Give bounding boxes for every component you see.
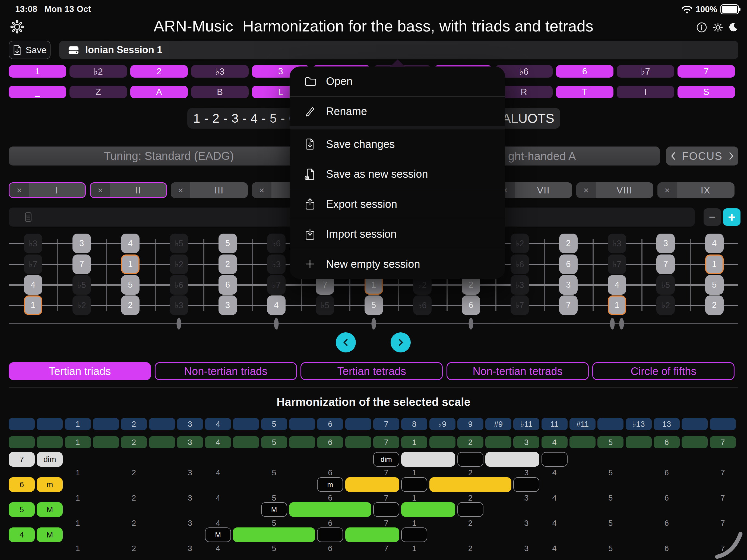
fret-note[interactable]: 6 <box>559 255 577 274</box>
chord-interval-bar[interactable] <box>401 502 455 517</box>
scale-cell[interactable] <box>626 436 652 448</box>
chord-interval-bar[interactable] <box>345 528 399 542</box>
fret-note[interactable]: 4 <box>705 234 724 253</box>
degree-button[interactable]: 7 <box>677 65 735 78</box>
scale-cell[interactable] <box>233 436 259 448</box>
chord-tone-chip[interactable] <box>542 452 568 466</box>
fret-note[interactable]: 5 <box>705 275 724 295</box>
tab-tertian-triads[interactable]: Tertian triads <box>9 362 151 380</box>
fret-note[interactable]: ♭2 <box>170 255 188 274</box>
save-button[interactable]: Save <box>9 41 51 59</box>
close-icon[interactable]: × <box>91 183 110 197</box>
close-icon[interactable]: × <box>9 183 29 197</box>
fret-note[interactable]: 1 <box>121 255 139 274</box>
tension-cell[interactable]: ♭11 <box>513 418 539 430</box>
fret-note[interactable]: 6 <box>218 275 237 295</box>
tension-cell[interactable] <box>289 418 315 430</box>
fret-note[interactable]: 2 <box>121 295 139 315</box>
fret-note[interactable]: 2 <box>559 234 577 253</box>
fret-note[interactable]: ♭7 <box>608 255 626 274</box>
fret-note[interactable]: 6 <box>462 295 480 315</box>
scale-cell[interactable]: 7 <box>710 436 736 448</box>
menu-item-rename[interactable]: Rename <box>290 97 505 126</box>
letter-button[interactable]: T <box>556 86 614 98</box>
degree-button[interactable]: ♭7 <box>617 65 674 78</box>
scale-cell[interactable]: 7 <box>373 436 399 448</box>
position-chip[interactable]: ×VIII <box>576 182 653 198</box>
scale-cell[interactable]: 4 <box>205 436 231 448</box>
chord-degree-chip[interactable]: 6 <box>9 477 35 492</box>
tension-cell[interactable]: ♭13 <box>626 418 652 430</box>
scale-cell[interactable] <box>37 436 63 448</box>
fret-note[interactable]: ♭5 <box>170 234 188 253</box>
info-icon[interactable] <box>696 22 707 33</box>
fret-note[interactable]: 3 <box>656 234 675 253</box>
fret-note[interactable]: 5 <box>121 275 139 295</box>
fret-note[interactable]: 7 <box>656 255 675 274</box>
fret-note[interactable]: ♭6 <box>170 275 188 295</box>
scale-cell[interactable] <box>93 436 119 448</box>
tension-cell[interactable]: 2 <box>121 418 147 430</box>
position-chip[interactable]: ×I <box>9 182 86 198</box>
scale-cell[interactable] <box>485 436 511 448</box>
tension-cell[interactable]: 8 <box>401 418 427 430</box>
dark-mode-icon[interactable] <box>728 22 738 32</box>
chord-interval-bar[interactable] <box>485 452 539 466</box>
chord-degree-chip[interactable]: 5 <box>9 502 35 517</box>
tension-cell[interactable]: ♭9 <box>430 418 456 430</box>
shift-left-button[interactable] <box>336 332 356 352</box>
tension-cell[interactable]: 13 <box>654 418 680 430</box>
tab-circle-of-fifths[interactable]: Circle of fifths <box>592 362 735 380</box>
scale-cell[interactable]: 1 <box>401 436 427 448</box>
fret-note[interactable]: ♭5 <box>73 275 91 295</box>
scale-cell[interactable]: 6 <box>654 436 680 448</box>
scale-cell[interactable] <box>289 436 315 448</box>
fret-note[interactable]: 7 <box>73 255 91 274</box>
letter-button[interactable]: Z <box>70 86 127 98</box>
tension-cell[interactable] <box>9 418 35 430</box>
fret-note[interactable]: 3 <box>218 295 237 315</box>
letter-button[interactable]: S <box>677 86 735 98</box>
degree-button[interactable]: ♭2 <box>70 65 127 78</box>
close-icon[interactable]: × <box>171 182 190 198</box>
close-icon[interactable]: × <box>576 182 596 198</box>
tuning-selector[interactable]: Tuning: Standard (EADG) <box>9 146 329 165</box>
degree-button[interactable]: ♭3 <box>191 65 249 78</box>
chord-tone-chip[interactable] <box>373 502 399 517</box>
add-position-button[interactable]: + <box>723 208 741 226</box>
chord-tone-chip[interactable] <box>317 528 343 542</box>
fret-note[interactable]: 3 <box>559 275 577 295</box>
letter-button[interactable]: A <box>130 86 188 98</box>
position-chip[interactable]: ×IX <box>658 182 735 198</box>
fret-note[interactable]: ♭2 <box>511 234 529 253</box>
chord-tone-chip[interactable] <box>457 452 484 466</box>
fret-note[interactable]: 4 <box>267 295 286 315</box>
tab-non-tertian-triads[interactable]: Non-tertian triads <box>155 362 297 380</box>
fret-note[interactable]: ♭3 <box>511 275 529 295</box>
tension-cell[interactable]: 3 <box>177 418 203 430</box>
chord-root-chip[interactable]: m <box>317 477 343 492</box>
tension-cell[interactable]: 9 <box>457 418 484 430</box>
tension-cell[interactable]: 6 <box>317 418 343 430</box>
tension-cell[interactable]: 4 <box>205 418 231 430</box>
menu-item-save-as-new-session[interactable]: Save as new session <box>290 159 505 189</box>
fret-note[interactable]: 2 <box>705 295 724 315</box>
fret-note[interactable]: 5 <box>364 295 383 315</box>
close-icon[interactable]: × <box>658 182 677 198</box>
fret-note[interactable]: ♭3 <box>170 295 188 315</box>
fret-note[interactable]: 3 <box>73 234 91 253</box>
scale-cell[interactable]: 1 <box>65 436 91 448</box>
tension-cell[interactable] <box>710 418 736 430</box>
fret-note[interactable]: ♭6 <box>413 295 432 315</box>
tension-cell[interactable]: 11 <box>542 418 568 430</box>
fret-note[interactable]: ♭3 <box>608 234 626 253</box>
chord-tone-chip[interactable] <box>401 528 427 542</box>
scale-cell[interactable]: 4 <box>542 436 568 448</box>
tab-non-tertian-tetrads[interactable]: Non-tertian tetrads <box>446 362 589 380</box>
chord-root-chip[interactable]: dim <box>373 452 399 466</box>
chord-tone-chip[interactable] <box>513 477 539 492</box>
menu-item-import-session[interactable]: Import session <box>290 219 505 249</box>
degree-button[interactable]: 6 <box>556 65 614 78</box>
scale-cell[interactable]: 5 <box>261 436 287 448</box>
fret-note[interactable]: 4 <box>608 275 626 295</box>
